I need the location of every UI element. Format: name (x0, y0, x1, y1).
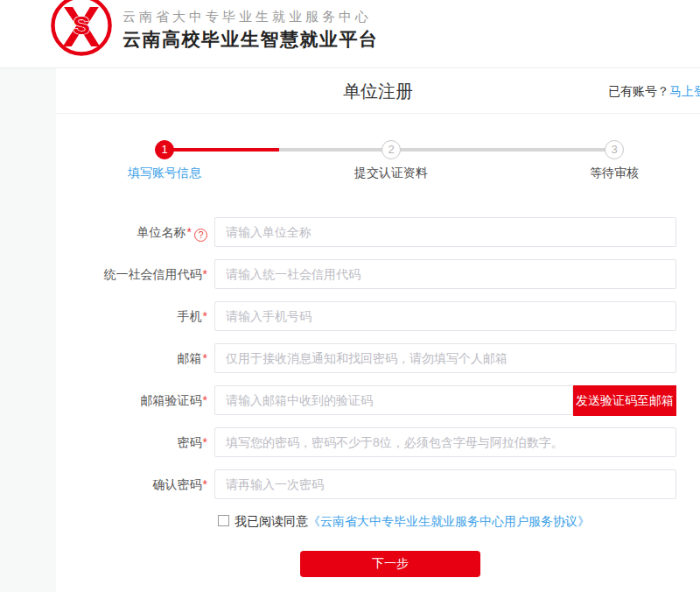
agreement-row: 我已阅读同意《云南省大中专毕业生就业服务中心用户服务协议》 (218, 514, 590, 530)
unit-name-label: 单位名称 (137, 225, 186, 239)
step-1-circle: 1 (155, 140, 174, 159)
confirm-password-input[interactable] (214, 469, 676, 499)
page-title: 单位注册 (56, 68, 700, 114)
brand-logo-icon: X S (49, 0, 114, 58)
field-row-mobile: 手机* (56, 301, 700, 331)
agreement-checkbox[interactable] (218, 515, 229, 526)
field-row-confirm-password: 确认密码* (56, 469, 700, 499)
send-code-button[interactable]: 发送验证码至邮箱 (573, 385, 676, 416)
password-label: 密码 (178, 435, 202, 449)
login-area: 已有账号？马上登录 (608, 68, 700, 114)
credit-code-input[interactable] (214, 259, 676, 289)
field-row-unit-name: 单位名称*? (56, 217, 700, 247)
email-label: 邮箱 (178, 351, 202, 365)
required-asterisk: * (203, 267, 207, 281)
login-prompt: 已有账号？ (608, 84, 669, 98)
mobile-label: 手机 (178, 309, 202, 323)
required-asterisk: * (203, 351, 207, 365)
required-asterisk: * (187, 225, 192, 239)
field-row-email: 邮箱* (56, 343, 700, 373)
org-name: 云南省大中专毕业生就业服务中心 (122, 9, 372, 25)
password-input[interactable] (214, 427, 676, 457)
field-row-password: 密码* (56, 427, 700, 457)
field-row-email-code: 邮箱验证码* 发送验证码至邮箱 (56, 385, 700, 415)
next-step-button[interactable]: 下一步 (300, 551, 480, 577)
title-bar: 单位注册 已有账号？马上登录 (56, 68, 700, 114)
svg-text:S: S (73, 11, 90, 39)
required-asterisk: * (203, 393, 207, 407)
platform-name: 云南高校毕业生智慧就业平台 (122, 27, 379, 52)
header: X S 云南省大中专毕业生就业服务中心 云南高校毕业生智慧就业平台 (0, 0, 700, 68)
step-2-circle: 2 (382, 140, 401, 159)
step-3-label: 等待审核 (544, 166, 684, 181)
step-1-label: 填写账号信息 (94, 166, 234, 181)
login-link[interactable]: 马上登录 (669, 84, 700, 98)
email-code-input[interactable] (214, 385, 573, 415)
registration-card: 单位注册 已有账号？马上登录 1 2 3 填写账号信息 提交认证资料 等待审核 … (56, 68, 700, 592)
required-asterisk: * (203, 477, 207, 491)
step-2-label: 提交认证资料 (321, 166, 461, 181)
unit-name-input[interactable] (214, 217, 676, 247)
field-row-credit-code: 统一社会信用代码* (56, 259, 700, 289)
step-3-circle: 3 (605, 140, 624, 159)
credit-code-label: 统一社会信用代码 (104, 267, 202, 281)
confirm-password-label: 确认密码 (153, 477, 202, 491)
help-icon[interactable]: ? (194, 229, 207, 242)
mobile-input[interactable] (214, 301, 676, 331)
email-input[interactable] (214, 343, 676, 373)
step-track-progress (165, 148, 279, 152)
agreement-text: 我已阅读同意 (234, 514, 308, 528)
required-asterisk: * (203, 435, 207, 449)
agreement-link[interactable]: 《云南省大中专毕业生就业服务中心用户服务协议》 (308, 514, 590, 528)
email-code-label: 邮箱验证码 (141, 393, 202, 407)
required-asterisk: * (203, 309, 207, 323)
